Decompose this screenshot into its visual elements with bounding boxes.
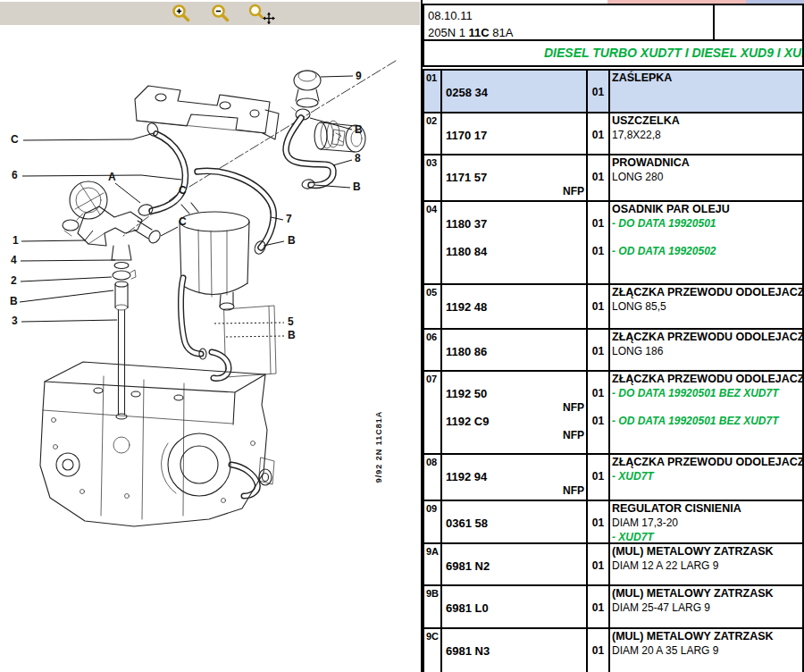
description-cell: ZŁĄCZKA PRZEWODU ODOLEJACZALONG 186	[610, 330, 802, 370]
part-description: ZŁĄCZKA PRZEWODU ODOLEJACZA	[610, 456, 802, 470]
qty-value: 01	[588, 517, 608, 531]
qty-value	[588, 484, 608, 499]
part-number[interactable]: 1180 86	[442, 345, 586, 359]
callout-leader-line	[23, 133, 154, 140]
description-cell: ZŁĄCZKA PRZEWODU ODOLEJACZA- DO DATA 199…	[610, 372, 802, 453]
description-cell: PROWADNICALONG 280	[610, 155, 802, 200]
engine-block-drawing	[40, 362, 267, 526]
part-number[interactable]: 0361 58	[442, 517, 586, 531]
zoom-pan-button[interactable]	[247, 3, 279, 24]
qty-cell: 01	[588, 285, 610, 328]
qty-cell: 01	[588, 501, 610, 542]
ref-cell: 9A	[424, 544, 442, 584]
part-number[interactable]: 1192 48	[442, 300, 586, 315]
part-number[interactable]: 1170 17	[442, 129, 586, 143]
part-number-cell: 1171 57NFP	[442, 155, 588, 200]
callout-leader-line	[333, 160, 352, 165]
table-row-01[interactable]: 010258 3401ZAŚLEPKA	[424, 71, 802, 113]
table-row-08[interactable]: 081192 94NFP01ZŁĄCZKA PRZEWODU ODOLEJACZ…	[424, 455, 802, 501]
window-edge-strip	[423, 0, 804, 4]
callout-label-6: 6	[12, 169, 18, 181]
part-number-cell: 0258 34	[442, 71, 588, 112]
qty-value: 01	[588, 129, 608, 143]
callout-label-B: B	[355, 123, 363, 136]
part-note	[610, 484, 802, 499]
callout-leader-line	[20, 290, 113, 302]
diagram-page-code: 9/92 2N 11C81A	[374, 411, 383, 483]
part-number-cell: 6981 L0	[442, 586, 588, 627]
part-description: (MUL) METALOWY ZATRZASK	[610, 545, 802, 559]
part-number[interactable]: 1171 57	[442, 171, 586, 185]
part-number-cell: 6981 N2	[442, 544, 588, 584]
oil-separator-drawing	[63, 181, 107, 236]
qty-cell: 01	[588, 330, 610, 370]
ref-cell: 04	[424, 202, 442, 283]
ref-cell: 03	[424, 155, 442, 200]
ref-cell: 05	[424, 285, 442, 328]
description-cell: ZAŚLEPKA	[610, 71, 802, 112]
part-note	[610, 86, 802, 100]
table-row-9A[interactable]: 9A6981 N201(MUL) METALOWY ZATRZASKDIAM 1…	[424, 544, 802, 586]
qty-value	[588, 401, 608, 416]
qty-value: 01	[588, 601, 608, 616]
qty-value: 01	[588, 217, 608, 231]
part-number[interactable]: 6981 L0	[442, 601, 586, 616]
qty-value: 01	[588, 171, 608, 185]
qty-cell: 01	[588, 586, 610, 627]
zoom-in-button[interactable]	[168, 3, 195, 24]
ref-cell: 07	[424, 372, 442, 453]
table-row-9C[interactable]: 9C6981 N301(MUL) METALOWY ZATRZASKDIAM 2…	[424, 629, 802, 672]
part-number[interactable]: 1192 50	[442, 387, 586, 401]
part-number[interactable]: 0258 34	[442, 86, 586, 100]
description-cell: ZŁĄCZKA PRZEWODU ODOLEJACZALONG 85,5	[610, 285, 802, 328]
part-description: (MUL) METALOWY ZATRZASK	[610, 587, 802, 601]
table-row-9B[interactable]: 9B6981 L001(MUL) METALOWY ZATRZASKDIAM 2…	[424, 586, 802, 629]
part-description: USZCZELKA	[610, 114, 802, 129]
diagram-panel: C6ACC142B35B9B8B7B 9/92 2N 11C81A	[0, 0, 421, 672]
qty-cell: 01	[588, 113, 610, 154]
qty-value: 01	[588, 415, 608, 429]
part-description: ZŁĄCZKA PRZEWODU ODOLEJACZA	[610, 286, 802, 300]
part-number[interactable]: 1192 C9	[442, 415, 586, 429]
part-description: ZŁĄCZKA PRZEWODU ODOLEJACZA	[610, 331, 802, 345]
callout-label-2: 2	[11, 274, 17, 287]
part-note: - DO DATA 19920501 BEZ XUD7T	[610, 387, 802, 401]
table-row-09[interactable]: 090361 5801REGULATOR CISNIENIADIAM 17,3-…	[424, 501, 802, 544]
part-description: ZAŚLEPKA	[610, 71, 802, 86]
callout-label-9: 9	[356, 70, 362, 82]
part-number-cell: 1192 48	[442, 285, 588, 328]
description-cell: REGULATOR CISNIENIADIAM 17,3-20- XUD7T	[610, 501, 802, 542]
callout-leader-line	[310, 118, 352, 130]
part-number[interactable]: 6981 N3	[442, 644, 586, 659]
table-row-06[interactable]: 061180 8601ZŁĄCZKA PRZEWODU ODOLEJACZALO…	[424, 330, 802, 372]
qty-value: 01	[588, 559, 608, 574]
table-row-02[interactable]: 021170 1701USZCZELKA17,8X22,8	[424, 113, 802, 155]
qty-value: 01	[588, 644, 608, 659]
table-row-05[interactable]: 051192 4801ZŁĄCZKA PRZEWODU ODOLEJACZALO…	[424, 285, 802, 330]
qty-cell: 0101	[588, 372, 610, 453]
ref-cell: 08	[424, 455, 442, 500]
table-row-07[interactable]: 071192 50NFP1192 C9NFP0101ZŁĄCZKA PRZEWO…	[424, 372, 802, 455]
hose-5-drawing	[180, 278, 229, 378]
magnifier-plus-icon	[171, 3, 192, 24]
part-number[interactable]: 1180 84	[442, 245, 586, 259]
callout-label-7: 7	[286, 213, 292, 225]
part-note: 17,8X22,8	[610, 129, 802, 143]
callout-label-B: B	[288, 234, 296, 247]
part-number[interactable]: 6981 N2	[442, 559, 586, 574]
part-note: - OD DATA 19920501 BEZ XUD7T	[610, 415, 802, 429]
callout-label-B: B	[353, 181, 361, 193]
callout-leader-line	[21, 277, 112, 281]
part-description: (MUL) METALOWY ZATRZASK	[610, 630, 802, 644]
exploded-parts-diagram: C6ACC142B35B9B8B7B 9/92 2N 11C81A	[0, 25, 420, 672]
zoom-out-button[interactable]	[207, 3, 234, 24]
part-number[interactable]: 1192 94	[442, 470, 586, 484]
table-row-03[interactable]: 031171 57NFP01PROWADNICALONG 280	[424, 155, 802, 202]
table-row-04[interactable]: 041180 371180 840101OSADNIK PAR OLEJU- D…	[424, 202, 802, 285]
callout-leader-line	[21, 320, 117, 322]
qty-cell: 01	[588, 155, 610, 200]
part-number[interactable]: 1180 37	[442, 217, 586, 231]
parts-list-panel: 08.10.11 205N 1 11C 81A DIESEL TURBO XUD…	[423, 0, 804, 672]
callout-label-C: C	[11, 133, 19, 146]
part-note: LONG 186	[610, 345, 802, 359]
